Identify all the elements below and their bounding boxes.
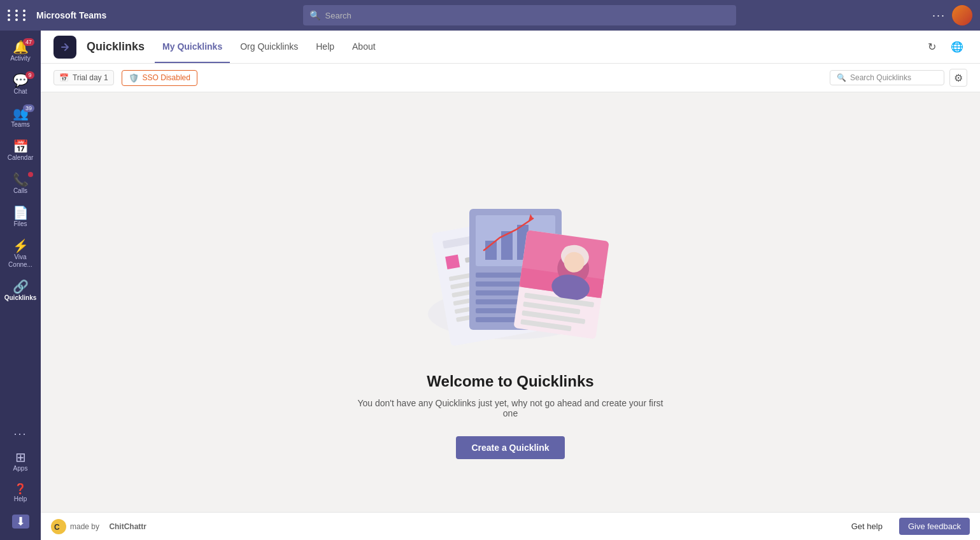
more-apps-icon[interactable]: ··· xyxy=(13,427,27,441)
sidebar-item-viva[interactable]: ⚡ Viva Conne... xyxy=(3,234,38,274)
activity-label: Activity xyxy=(10,55,31,62)
search-quicklinks-input[interactable]: 🔍 Search Quicklinks xyxy=(830,70,944,85)
tab-org-quicklinks[interactable]: Org Quicklinks xyxy=(232,31,306,63)
search-icon: 🔍 xyxy=(309,10,320,20)
main-content: Quicklinks My Quicklinks Org Quicklinks … xyxy=(41,31,980,540)
brand-name: ChitChattr xyxy=(109,522,146,531)
sidebar-item-help[interactable]: ❓ Help xyxy=(3,479,38,508)
svg-text:C: C xyxy=(54,523,60,532)
chat-badge: 9 xyxy=(25,71,34,79)
toolbar: 📅 Trial day 1 🛡️ SSO Disabled 🔍 Search Q… xyxy=(41,64,980,92)
calls-icon: 📞 xyxy=(13,173,29,186)
help-label: Help xyxy=(14,495,27,503)
sidebar-item-files[interactable]: 📄 Files xyxy=(3,201,38,233)
calls-label: Calls xyxy=(13,187,27,195)
svg-rect-3 xyxy=(445,254,460,269)
topbar-right: ··· xyxy=(932,5,972,25)
settings-button[interactable]: ⚙ xyxy=(949,69,967,87)
sidebar-item-chat[interactable]: 9 💬 Chat xyxy=(3,69,38,101)
app-nav: My Quicklinks Org Quicklinks Help About xyxy=(155,31,383,63)
quicklinks-label: Quicklinks xyxy=(4,294,37,302)
trial-label: Trial day 1 xyxy=(73,73,108,82)
activity-badge: 47 xyxy=(23,38,34,46)
svg-rect-14 xyxy=(485,241,497,260)
viva-icon: ⚡ xyxy=(13,239,29,252)
welcome-title: Welcome to Quicklinks xyxy=(427,373,593,390)
toolbar-right: 🔍 Search Quicklinks ⚙ xyxy=(830,69,967,87)
sso-badge[interactable]: 🛡️ SSO Disabled xyxy=(122,70,197,86)
apps-label: Apps xyxy=(13,465,28,472)
calendar-icon: 📅 xyxy=(13,140,29,153)
chat-label: Chat xyxy=(13,88,27,96)
calendar-small-icon: 📅 xyxy=(59,73,69,82)
search-quicklinks-placeholder: Search Quicklinks xyxy=(850,73,911,82)
sidebar-item-activity[interactable]: 47 🔔 Activity xyxy=(3,36,38,68)
teams-label: Teams xyxy=(11,121,29,129)
footer-right: Get help Give feedback xyxy=(842,518,970,535)
app-header-right: ↻ 🌐 xyxy=(921,37,967,57)
sidebar-item-calls[interactable]: 📞 Calls xyxy=(3,168,38,200)
calls-badge xyxy=(28,172,33,177)
sidebar-item-calendar[interactable]: 📅 Calendar xyxy=(3,135,38,167)
avatar-image xyxy=(952,5,972,25)
create-quicklink-button[interactable]: Create a Quicklink xyxy=(456,436,564,459)
calendar-label: Calendar xyxy=(8,154,34,162)
sidebar: 47 🔔 Activity 9 💬 Chat 39 👥 Teams 📅 Cale… xyxy=(0,31,41,540)
quicklinks-icon: 🔗 xyxy=(13,280,29,293)
apps-icon: ⊞ xyxy=(15,451,26,464)
sidebar-item-teams[interactable]: 39 👥 Teams xyxy=(3,102,38,134)
app-header: Quicklinks My Quicklinks Org Quicklinks … xyxy=(41,31,980,64)
quicklinks-app-icon xyxy=(53,36,76,59)
tab-about[interactable]: About xyxy=(344,31,383,63)
footer: C made by ChitChattr Get help Give feedb… xyxy=(41,512,980,540)
grid-menu-icon[interactable] xyxy=(8,10,29,21)
give-feedback-button[interactable]: Give feedback xyxy=(899,518,970,535)
sidebar-item-download[interactable]: ⬇ xyxy=(3,509,38,534)
tab-help[interactable]: Help xyxy=(308,31,342,63)
trial-badge: 📅 Trial day 1 xyxy=(53,70,114,85)
files-label: Files xyxy=(13,220,27,228)
search-input[interactable] xyxy=(325,11,730,20)
global-search-bar[interactable]: 🔍 xyxy=(303,5,736,25)
app-name-label: Quicklinks xyxy=(87,40,145,53)
made-by-label: made by xyxy=(70,522,99,531)
chitchattr-logo-icon: C xyxy=(51,519,66,534)
download-icon: ⬇ xyxy=(12,515,29,529)
refresh-button[interactable]: ↻ xyxy=(921,37,942,57)
more-options-icon[interactable]: ··· xyxy=(932,9,946,22)
sidebar-item-quicklinks[interactable]: 🔗 Quicklinks xyxy=(3,275,38,307)
shield-icon: 🛡️ xyxy=(129,73,139,83)
footer-branding: C made by ChitChattr xyxy=(51,519,146,534)
app-title: Microsoft Teams xyxy=(36,10,106,20)
viva-label: Viva Conne... xyxy=(5,253,36,269)
search-small-icon: 🔍 xyxy=(837,73,846,82)
help-icon: ❓ xyxy=(14,484,27,494)
welcome-illustration xyxy=(402,174,619,352)
sso-label: SSO Disabled xyxy=(143,73,190,82)
welcome-subtitle: You don't have any Quicklinks just yet, … xyxy=(358,398,664,418)
user-avatar[interactable] xyxy=(952,5,972,25)
topbar: Microsoft Teams 🔍 ··· xyxy=(0,0,980,31)
content-area: Welcome to Quicklinks You don't have any… xyxy=(41,92,980,540)
sidebar-item-apps[interactable]: ⊞ Apps xyxy=(3,446,38,478)
globe-icon-button[interactable]: 🌐 xyxy=(947,37,967,57)
get-help-button[interactable]: Get help xyxy=(842,518,891,535)
files-icon: 📄 xyxy=(13,206,29,219)
teams-badge: 39 xyxy=(23,104,34,112)
tab-my-quicklinks[interactable]: My Quicklinks xyxy=(155,31,230,63)
